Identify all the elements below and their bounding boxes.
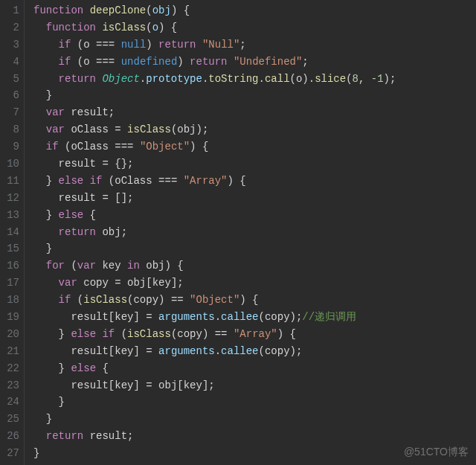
code-line: } <box>33 394 476 411</box>
token-str: "Object" <box>190 294 239 306</box>
code-line: } else { <box>33 207 476 224</box>
token-fn: toString <box>208 73 258 85</box>
token-const: null <box>121 39 147 51</box>
token-pun: [ <box>109 345 115 357</box>
token-fn: slice <box>315 73 346 85</box>
token-pun: ); <box>290 345 303 357</box>
token-pun: ) <box>146 39 158 51</box>
line-number: 16 <box>0 257 19 275</box>
token-pun <box>115 56 120 68</box>
token-pun <box>33 73 59 85</box>
token-prop: arguments <box>158 345 215 357</box>
token-id: obj <box>127 277 146 289</box>
token-pun <box>77 277 83 289</box>
line-number: 9 <box>0 138 19 155</box>
token-pun: ; <box>239 39 245 51</box>
token-id: o <box>83 56 89 68</box>
token-pun <box>33 192 59 204</box>
token-pun: . <box>215 311 221 323</box>
code-line: var result; <box>33 104 476 121</box>
token-kw: var <box>59 277 77 289</box>
token-pun <box>109 141 115 153</box>
token-id: oClass <box>71 141 108 153</box>
code-line: function deepClone(obj) { <box>33 2 476 19</box>
token-id: result <box>59 158 96 170</box>
token-pun: ( <box>290 73 296 85</box>
token-id: key <box>115 311 133 323</box>
line-number: 23 <box>0 377 19 394</box>
token-kw: if <box>46 141 59 153</box>
token-fn: isClass <box>127 328 171 340</box>
token-pun: ; <box>302 56 308 68</box>
token-pun: ( <box>71 39 83 51</box>
line-number: 11 <box>0 173 19 190</box>
token-kw: if <box>102 328 115 340</box>
token-pun: [ <box>109 379 115 391</box>
code-line: } else if (oClass === "Array") { <box>33 173 476 190</box>
token-pun: ( <box>146 22 152 33</box>
token-id: result <box>71 106 108 118</box>
token-op: === <box>115 141 133 153</box>
token-pun: . <box>140 73 146 85</box>
token-pun: } <box>33 243 52 254</box>
token-pun: ) { <box>239 294 258 306</box>
token-id: copy <box>83 277 109 289</box>
token-pun <box>196 39 202 51</box>
code-line: } <box>33 240 476 257</box>
line-number: 3 <box>0 36 19 54</box>
line-number: 21 <box>0 343 19 360</box>
token-kw: if <box>90 175 103 187</box>
token-prop: arguments <box>158 311 215 323</box>
line-number: 15 <box>0 240 19 257</box>
line-number: 13 <box>0 207 19 224</box>
code-line: result[key] = arguments.callee(copy);//递… <box>33 309 476 326</box>
token-pun: ); <box>384 73 396 85</box>
token-pun: ); <box>290 311 303 323</box>
token-pun <box>33 22 46 33</box>
token-pun: ) { <box>277 328 296 340</box>
token-pun: ; <box>127 430 133 442</box>
token-pun: ( <box>146 4 152 16</box>
token-pun <box>33 124 46 135</box>
token-id: key <box>152 277 171 289</box>
token-pun <box>83 4 89 16</box>
line-number: 22 <box>0 360 19 377</box>
token-pun: } <box>33 396 65 408</box>
token-pun: ] = <box>133 379 158 391</box>
token-id: result <box>59 192 96 204</box>
token-pun <box>33 379 71 391</box>
token-pun: [ <box>146 277 152 289</box>
token-str: "Array" <box>184 175 228 187</box>
code-line: return result; <box>33 428 476 445</box>
token-id: obj <box>102 226 120 238</box>
code-line: if (o === undefined) return "Undefined"; <box>33 54 476 71</box>
token-pun <box>33 277 59 289</box>
token-pun: ) <box>177 56 190 68</box>
token-id: result <box>71 379 108 391</box>
token-pun: = {}; <box>96 158 133 170</box>
token-pun: ( <box>259 345 265 357</box>
token-pun <box>33 311 71 323</box>
token-id: result <box>71 311 108 323</box>
token-const: undefined <box>121 56 178 68</box>
token-pun <box>228 328 234 340</box>
token-pun <box>33 345 71 357</box>
token-num: 8 <box>353 73 358 85</box>
line-number: 4 <box>0 54 19 71</box>
code-line: } <box>33 87 476 104</box>
token-pun: { <box>83 209 96 221</box>
token-pun: = []; <box>96 192 133 204</box>
token-pun: ) { <box>190 141 208 153</box>
token-fn: deepClone <box>90 4 147 16</box>
token-id: key <box>115 345 133 357</box>
token-pun <box>152 175 158 187</box>
line-number: 10 <box>0 155 19 173</box>
token-op: == <box>171 294 184 306</box>
token-kw: if <box>59 39 71 51</box>
token-pun: ) { <box>228 175 246 187</box>
line-number: 8 <box>0 121 19 138</box>
line-number: 6 <box>0 87 19 104</box>
code-line: var copy = obj[key]; <box>33 275 476 292</box>
token-param: o <box>152 22 158 33</box>
token-kw: else <box>59 175 84 187</box>
